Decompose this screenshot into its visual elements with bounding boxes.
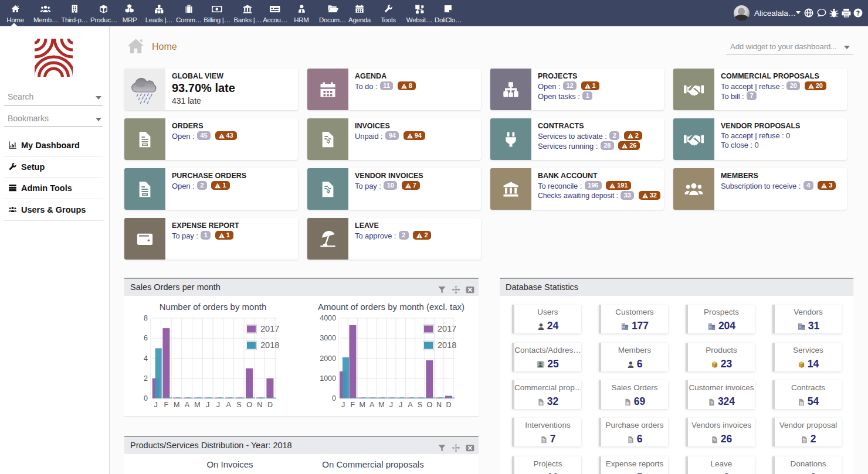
svg-text:J: J bbox=[216, 401, 220, 409]
svg-text:2: 2 bbox=[144, 374, 148, 383]
svg-text:M: M bbox=[359, 401, 365, 409]
svg-text:M: M bbox=[194, 401, 200, 409]
svg-text:D: D bbox=[446, 401, 451, 409]
svg-text:0: 0 bbox=[144, 394, 148, 403]
svg-text:J: J bbox=[399, 401, 402, 409]
svg-text:Number of orders by month: Number of orders by month bbox=[160, 302, 267, 312]
svg-text:2018: 2018 bbox=[438, 340, 456, 350]
svg-text:8: 8 bbox=[144, 314, 148, 322]
svg-text:A: A bbox=[369, 401, 375, 409]
svg-text:J: J bbox=[341, 401, 345, 409]
svg-text:2017: 2017 bbox=[438, 324, 456, 333]
svg-text:6: 6 bbox=[144, 334, 148, 342]
svg-text:2018: 2018 bbox=[260, 340, 279, 350]
svg-text:1000: 1000 bbox=[320, 374, 336, 383]
svg-text:4: 4 bbox=[144, 354, 148, 363]
svg-text:F: F bbox=[164, 401, 169, 409]
svg-text:O: O bbox=[426, 401, 432, 409]
svg-text:J: J bbox=[154, 401, 158, 409]
svg-text:0: 0 bbox=[332, 394, 336, 403]
svg-text:M: M bbox=[174, 401, 179, 409]
svg-text:N: N bbox=[257, 401, 262, 409]
svg-text:Amount of orders by month (exc: Amount of orders by month (excl. tax) bbox=[318, 302, 464, 312]
svg-text:4000: 4000 bbox=[320, 314, 336, 322]
svg-text:2017: 2017 bbox=[260, 324, 279, 333]
svg-text:M: M bbox=[378, 401, 384, 409]
svg-text:2000: 2000 bbox=[320, 354, 336, 363]
svg-text:J: J bbox=[389, 401, 393, 409]
svg-text:D: D bbox=[267, 401, 273, 409]
svg-text:F: F bbox=[351, 401, 355, 409]
svg-text:A: A bbox=[408, 401, 413, 409]
svg-text:A: A bbox=[185, 401, 190, 409]
svg-text:S: S bbox=[236, 401, 241, 409]
svg-text:S: S bbox=[418, 401, 422, 409]
svg-text:N: N bbox=[436, 401, 442, 409]
svg-text:A: A bbox=[226, 401, 231, 409]
svg-text:3000: 3000 bbox=[320, 334, 336, 342]
svg-text:J: J bbox=[206, 401, 209, 409]
svg-text:O: O bbox=[246, 401, 252, 409]
